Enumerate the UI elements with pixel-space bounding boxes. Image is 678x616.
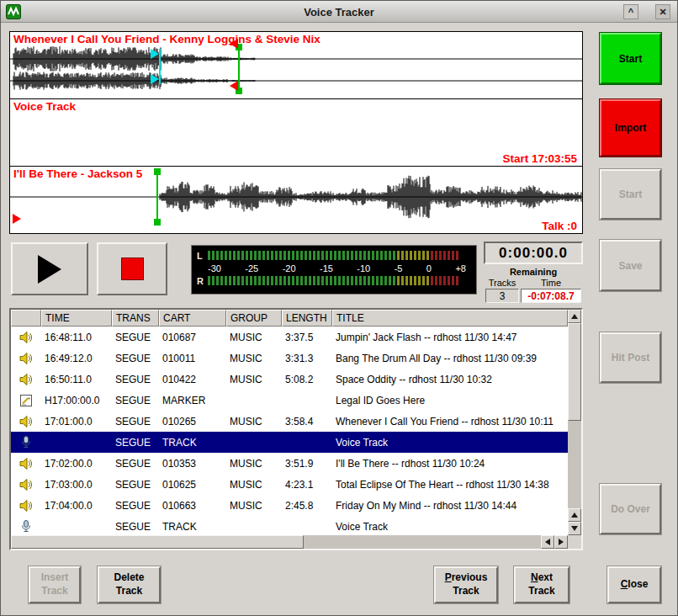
previous-track-button[interactable]: PreviousTrack xyxy=(434,566,498,603)
button-label-line: Insert xyxy=(41,571,69,585)
hit-post-button[interactable]: Hit Post xyxy=(600,332,661,383)
meter-segment xyxy=(393,251,395,260)
log-row[interactable]: 17:04:00.0SEGUE010663MUSIC2:45.8Friday O… xyxy=(11,495,568,516)
cell-cart: MARKER xyxy=(159,395,226,406)
scroll-up-button-2[interactable] xyxy=(568,508,581,522)
meter-segment xyxy=(363,251,366,260)
meter-right-label: R xyxy=(197,276,208,286)
log-row[interactable]: 16:49:12.0SEGUE010011MUSIC3:31.3Bang The… xyxy=(11,348,568,369)
meter-segment xyxy=(372,251,374,260)
delete-track-button[interactable]: DeleteTrack xyxy=(98,566,161,603)
meter-segment xyxy=(376,276,379,285)
meter-segment xyxy=(368,251,370,260)
log-row[interactable]: 17:01:00.0SEGUE010265MUSIC3:58.4Whenever… xyxy=(11,411,568,432)
scroll-left-button[interactable] xyxy=(541,535,554,549)
meter-segment xyxy=(410,276,412,285)
pane-voice-track[interactable]: Voice Track Start 17:03:55 xyxy=(9,98,583,167)
meter-segment xyxy=(262,276,265,285)
play-button[interactable] xyxy=(11,242,88,295)
meter-segment xyxy=(347,251,349,260)
cell-trans: SEGUE xyxy=(112,353,159,364)
meter-left-label: L xyxy=(197,251,208,261)
log-row[interactable]: 16:50:11.0SEGUE010422MUSIC5:08.2Space Od… xyxy=(11,369,568,390)
remaining-tracks-label: Tracks xyxy=(489,278,516,288)
button-label-line: Track xyxy=(116,585,142,598)
pane-previous-track[interactable]: Whenever I Call You Friend - Kenny Loggi… xyxy=(9,31,583,99)
meter-segment xyxy=(431,276,433,285)
meter-segment xyxy=(456,251,458,260)
pane-next-track[interactable]: I'll Be There - Jackson 5 Talk :0 xyxy=(9,166,583,234)
meter-segment xyxy=(225,251,227,260)
titlebar[interactable]: Voice Tracker ^ ✕ xyxy=(1,1,677,23)
horizontal-scrollbar[interactable] xyxy=(11,535,568,549)
meter-segment xyxy=(422,251,425,260)
meter-scale: -30-25-20-15-10-50+8 xyxy=(208,263,466,273)
cell-title: Total Eclipse Of The Heart -- rdhost 11/… xyxy=(332,479,568,491)
cell-group: MUSIC xyxy=(226,353,282,364)
button-label-line: Delete xyxy=(114,571,144,585)
start-next-button[interactable]: Start xyxy=(600,169,661,220)
import-button[interactable]: Import xyxy=(600,99,661,157)
button-label-line: Track xyxy=(528,585,554,598)
next-track-button[interactable]: NextTrack xyxy=(514,566,569,603)
cell-time: 16:50:11.0 xyxy=(41,374,112,385)
meter-segment xyxy=(426,251,429,260)
left-arrow-icon xyxy=(545,539,550,545)
scroll-up-button[interactable] xyxy=(568,310,581,323)
cell-group: MUSIC xyxy=(226,416,282,427)
start-handle-bottom-icon[interactable] xyxy=(154,219,161,226)
column-header-cart[interactable]: CART xyxy=(159,310,226,327)
meter-segment xyxy=(380,276,383,285)
stop-button[interactable] xyxy=(97,242,167,295)
start-marker-icon[interactable] xyxy=(13,214,21,224)
column-header-length[interactable]: LENGTH xyxy=(282,310,332,327)
cell-trans: SEGUE xyxy=(112,521,159,533)
scroll-down-button[interactable] xyxy=(568,522,581,535)
button-label-line: Track xyxy=(453,585,479,598)
column-header-icon[interactable] xyxy=(11,310,41,327)
column-header-group[interactable]: GROUP xyxy=(226,310,282,327)
log-row-selected[interactable]: SEGUETRACKVoice Track xyxy=(11,432,568,453)
log-row[interactable]: SEGUETRACKVoice Track xyxy=(11,516,568,535)
button-label-line: Next xyxy=(531,571,553,585)
log-row[interactable]: 17:03:00.0SEGUE010625MUSIC4:23.1Total Ec… xyxy=(11,474,568,495)
column-header-time[interactable]: TIME xyxy=(41,310,112,327)
meter-segment xyxy=(305,276,307,285)
meter-segment xyxy=(393,276,395,285)
start-handle-top-icon[interactable] xyxy=(154,168,161,175)
cell-time: 17:01:00.0 xyxy=(41,416,112,427)
column-header-trans[interactable]: TRANS xyxy=(112,310,159,327)
start-record-button[interactable]: Start xyxy=(600,33,661,84)
meter-segment xyxy=(271,251,273,260)
close-icon[interactable]: ✕ xyxy=(655,4,670,19)
cell-cart: 010625 xyxy=(159,479,226,491)
horizontal-scroll-thumb[interactable] xyxy=(11,535,304,549)
meter-segment xyxy=(313,276,315,285)
meter-scale-label: -15 xyxy=(320,263,333,273)
meter-segment xyxy=(275,251,278,260)
cell-time: 17:04:00.0 xyxy=(41,500,112,512)
elapsed-time-display: 0:00:00.0 xyxy=(484,242,583,264)
log-row[interactable]: 17:02:00.0SEGUE010353MUSIC3:51.9I'll Be … xyxy=(11,453,568,474)
button-label-line: Previous xyxy=(445,571,488,585)
vertical-scroll-thumb[interactable] xyxy=(568,323,581,421)
meter-segment xyxy=(405,251,408,260)
cell-trans: SEGUE xyxy=(112,395,159,406)
do-over-button[interactable]: Do Over xyxy=(600,484,661,534)
cell-cart: 010663 xyxy=(159,500,226,512)
meter-segment xyxy=(334,251,336,260)
cell-time: 16:48:11.0 xyxy=(41,332,112,343)
close-button[interactable]: Close xyxy=(607,566,661,603)
shade-icon[interactable]: ^ xyxy=(623,4,638,19)
scroll-right-button[interactable] xyxy=(554,535,568,549)
column-header-title[interactable]: TITLE xyxy=(332,310,568,327)
vertical-scrollbar[interactable] xyxy=(568,310,581,535)
save-button[interactable]: Save xyxy=(600,240,661,291)
insert-track-button[interactable]: InsertTrack xyxy=(29,566,81,603)
log-row[interactable]: 16:48:11.0SEGUE010687MUSIC3:37.5Jumpin' … xyxy=(11,327,568,348)
end-marker-bottom-icon[interactable] xyxy=(230,81,238,91)
meter-segment xyxy=(208,276,210,285)
meter-segment xyxy=(288,251,290,260)
log-row[interactable]: H17:00:00.0SEGUEMARKERLegal ID Goes Here xyxy=(11,390,568,411)
meter-segment xyxy=(448,251,450,260)
